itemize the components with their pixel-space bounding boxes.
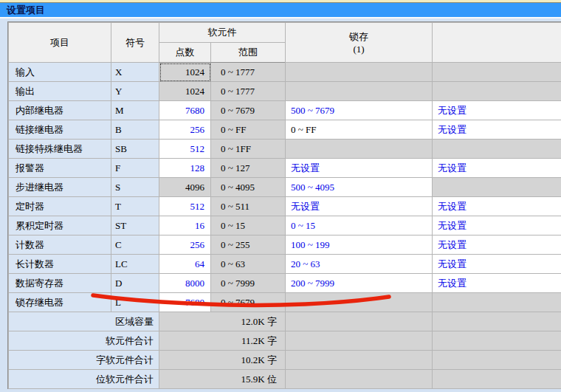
cell-latch-2	[433, 82, 561, 101]
cell-latch-2	[433, 63, 561, 82]
cell-item: 计数器	[9, 235, 111, 255]
summary-row: 位软元件合计15.9K 位	[9, 370, 561, 389]
cell-latch-2[interactable]: 无设置	[433, 159, 561, 178]
cell-latch-2[interactable]: 无设置	[433, 120, 561, 140]
cell-item: 链接特殊继电器	[9, 140, 111, 159]
summary-latch-2	[433, 312, 561, 331]
cell-points[interactable]: 1024	[159, 63, 211, 82]
cell-latch-1[interactable]: 200 ~ 7999	[286, 274, 433, 293]
cell-range: 0 ~ 63	[211, 255, 286, 274]
cell-symbol: L	[111, 293, 159, 312]
cell-symbol: LC	[111, 255, 159, 274]
summary-value: 10.2K 字	[159, 351, 286, 370]
cell-latch-2	[433, 293, 561, 312]
cell-latch-2[interactable]: 无设置	[433, 274, 561, 293]
cell-item: 输入	[9, 63, 111, 82]
col-header-symbol: 符号	[111, 23, 159, 63]
cell-item: 数据寄存器	[9, 274, 111, 293]
cell-points[interactable]: 7680	[159, 293, 211, 312]
cell-item: 长计数器	[9, 255, 111, 274]
summary-latch-1	[286, 331, 433, 351]
summary-row: 软元件合计11.2K 字	[9, 331, 561, 351]
cell-latch-1[interactable]: 20 ~ 63	[286, 255, 433, 274]
cell-range: 0 ~ 7679	[211, 101, 286, 120]
cell-latch-1[interactable]: 无设置	[286, 159, 433, 178]
table-row: 输入X10240 ~ 1777	[9, 63, 561, 82]
table-row: 输出Y10240 ~ 1777	[9, 82, 561, 101]
summary-label: 位软元件合计	[9, 370, 159, 389]
cell-range: 0 ~ 7679	[211, 293, 286, 312]
cell-points[interactable]: 7680	[159, 101, 211, 120]
summary-latch-2	[433, 351, 561, 370]
cell-points[interactable]: 1024	[159, 82, 211, 101]
cell-latch-2[interactable]: 无设置	[433, 255, 561, 274]
cell-symbol: C	[111, 235, 159, 255]
cell-points[interactable]: 256	[159, 120, 211, 140]
table-row: 定时器T5120 ~ 511无设置无设置	[9, 197, 561, 216]
cell-item: 锁存继电器	[9, 293, 111, 312]
cell-item: 定时器	[9, 197, 111, 216]
cell-range: 0 ~ 255	[211, 235, 286, 255]
cell-latch-2[interactable]: 无设置	[433, 235, 561, 255]
dialog-title: 设置项目	[0, 3, 561, 18]
summary-latch-2	[433, 331, 561, 351]
cell-latch-1[interactable]: 0 ~ FF	[286, 120, 433, 140]
cell-item: 累积定时器	[9, 216, 111, 235]
cell-latch-2[interactable]: 无设置	[433, 101, 561, 120]
cell-symbol: Y	[111, 82, 159, 101]
cell-item: 输出	[9, 82, 111, 101]
cell-latch-1[interactable]: 无设置	[286, 197, 433, 216]
cell-symbol: T	[111, 197, 159, 216]
table-row: 链接继电器B2560 ~ FF0 ~ FF无设置	[9, 120, 561, 140]
table-row: 累积定时器ST160 ~ 150 ~ 15无设置	[9, 216, 561, 235]
cell-points[interactable]: 4096	[159, 178, 211, 197]
cell-latch-2	[433, 140, 561, 159]
cell-points[interactable]: 512	[159, 197, 211, 216]
table-row: 锁存继电器L76800 ~ 7679	[9, 293, 561, 312]
cell-latch-1	[286, 82, 433, 101]
cell-points[interactable]: 8000	[159, 274, 211, 293]
cell-symbol: M	[111, 101, 159, 120]
cell-item: 内部继电器	[9, 101, 111, 120]
cell-points[interactable]: 256	[159, 235, 211, 255]
cell-points[interactable]: 512	[159, 140, 211, 159]
col-header-item: 项目	[9, 23, 111, 63]
table-header: 项目 符号 软元件 锁存 (1) 点数 范围	[9, 23, 561, 63]
cell-latch-1[interactable]: 500 ~ 7679	[286, 101, 433, 120]
cell-range: 0 ~ 15	[211, 216, 286, 235]
summary-value: 12.0K 字	[159, 312, 286, 331]
cell-latch-1[interactable]: 100 ~ 199	[286, 235, 433, 255]
latch-header-line2: (1)	[290, 44, 427, 55]
cell-symbol: X	[111, 63, 159, 82]
summary-label: 区域容量	[9, 312, 159, 331]
col-header-latch: 锁存 (1)	[286, 23, 433, 63]
table-row: 数据寄存器D80000 ~ 7999200 ~ 7999无设置	[9, 274, 561, 293]
cell-latch-2	[433, 178, 561, 197]
cell-symbol: F	[111, 159, 159, 178]
cell-latch-1[interactable]: 0 ~ 15	[286, 216, 433, 235]
cell-range: 0 ~ 1777	[211, 82, 286, 101]
cell-latch-2[interactable]: 无设置	[433, 216, 561, 235]
cell-latch-2[interactable]: 无设置	[433, 197, 561, 216]
cell-latch-1[interactable]: 500 ~ 4095	[286, 178, 433, 197]
table-row: 报警器F1280 ~ 127无设置无设置	[9, 159, 561, 178]
table-row: 步进继电器S40960 ~ 4095500 ~ 4095	[9, 178, 561, 197]
cell-points[interactable]: 64	[159, 255, 211, 274]
latch-header-line1: 锁存	[290, 31, 427, 43]
cell-range: 0 ~ 7999	[211, 274, 286, 293]
cell-range: 0 ~ 511	[211, 197, 286, 216]
cell-item: 报警器	[9, 159, 111, 178]
summary-latch-1	[286, 370, 433, 389]
table-row: 内部继电器M76800 ~ 7679500 ~ 7679无设置	[9, 101, 561, 120]
summary-latch-1	[286, 312, 433, 331]
device-table-body: 输入X10240 ~ 1777输出Y10240 ~ 1777内部继电器M7680…	[9, 63, 561, 389]
table-row: 计数器C2560 ~ 255100 ~ 199无设置	[9, 235, 561, 255]
cell-points[interactable]: 16	[159, 216, 211, 235]
summary-row: 区域容量12.0K 字	[9, 312, 561, 331]
cell-symbol: ST	[111, 216, 159, 235]
cell-latch-1	[286, 293, 433, 312]
cell-points[interactable]: 128	[159, 159, 211, 178]
cell-range: 0 ~ 127	[211, 159, 286, 178]
device-settings-table-wrap: 项目 符号 软元件 锁存 (1) 点数 范围 输入X10240 ~ 1777输出…	[7, 21, 561, 389]
summary-value: 11.2K 字	[159, 331, 286, 351]
